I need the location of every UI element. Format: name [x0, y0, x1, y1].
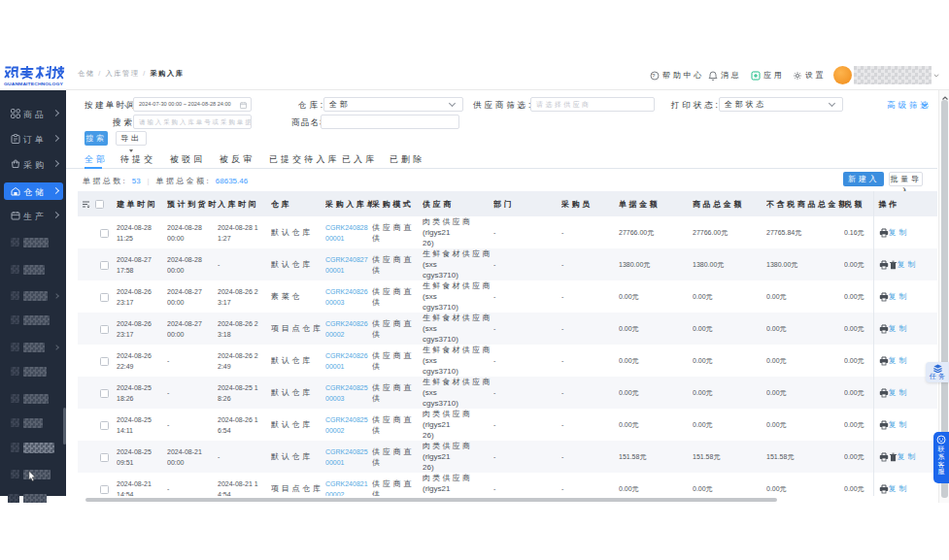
- svg-text:?: ?: [652, 73, 658, 79]
